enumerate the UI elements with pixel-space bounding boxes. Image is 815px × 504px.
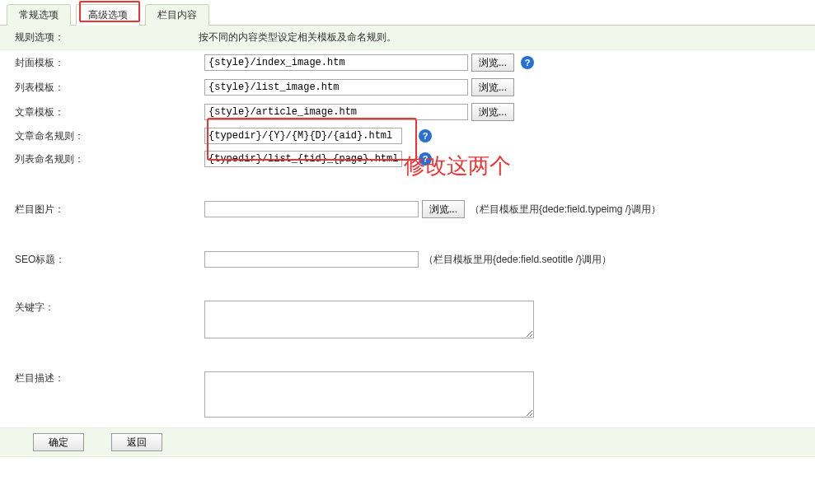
seo-title-hint: （栏目模板里用{dede:field.seotitle /}调用） (424, 253, 611, 267)
article-template-input[interactable] (204, 104, 468, 120)
cover-template-input[interactable] (204, 54, 468, 71)
back-button[interactable]: 返回 (111, 433, 162, 451)
row-column-description: 栏目描述： (0, 368, 815, 421)
tab-general[interactable]: 常规选项 (7, 4, 71, 26)
row-article-template: 文章模板： 浏览... (0, 100, 815, 124)
row-cover-template: 封面模板： 浏览... ? (0, 50, 815, 75)
row-seo-title: SEO标题： （栏目模板里用{dede:field.seotitle /}调用） (0, 248, 815, 271)
column-description-textarea[interactable] (204, 371, 534, 418)
seo-title-input[interactable] (204, 251, 419, 268)
cover-template-browse-button[interactable]: 浏览... (471, 54, 514, 72)
article-template-browse-button[interactable]: 浏览... (471, 103, 514, 121)
column-image-browse-button[interactable]: 浏览... (422, 200, 465, 218)
tab-content[interactable]: 栏目内容 (145, 4, 209, 26)
ok-button[interactable]: 确定 (33, 433, 84, 451)
column-image-hint: （栏目模板里用{dede:field.typeimg /}调用） (470, 203, 661, 217)
list-template-input[interactable] (204, 79, 468, 96)
rule-label: 规则选项： (7, 30, 196, 44)
footer-buttons: 确定 返回 (0, 427, 815, 457)
keywords-textarea[interactable] (204, 301, 534, 338)
list-template-label: 列表模板： (15, 81, 204, 95)
help-icon[interactable]: ? (419, 129, 432, 142)
row-list-naming-rule: 列表命名规则： ? (0, 147, 815, 170)
cover-template-label: 封面模板： (15, 56, 204, 70)
list-naming-rule-input[interactable] (204, 151, 402, 167)
row-column-image: 栏目图片： 浏览... （栏目模板里用{dede:field.typeimg /… (0, 197, 815, 222)
keywords-label: 关键字： (15, 301, 204, 315)
row-keywords: 关键字： (0, 297, 815, 342)
article-naming-rule-label: 文章命名规则： (15, 129, 204, 143)
article-naming-rule-input[interactable] (204, 128, 402, 144)
column-description-label: 栏目描述： (15, 371, 204, 385)
row-article-naming-rule: 文章命名规则： ? (0, 124, 815, 147)
tabs-bar: 常规选项 高级选项 栏目内容 (0, 0, 815, 26)
list-naming-rule-label: 列表命名规则： (15, 152, 204, 166)
help-icon[interactable]: ? (419, 152, 432, 166)
tab-advanced[interactable]: 高级选项 (76, 4, 140, 26)
rule-description-row: 规则选项： 按不同的内容类型设定相关模板及命名规则。 (0, 26, 815, 50)
seo-title-label: SEO标题： (15, 253, 204, 267)
article-template-label: 文章模板： (15, 105, 204, 119)
row-list-template: 列表模板： 浏览... (0, 75, 815, 100)
rule-description: 按不同的内容类型设定相关模板及命名规则。 (199, 31, 396, 43)
form-area: 封面模板： 浏览... ? 列表模板： 浏览... 文章模板： 浏览... 文章… (0, 50, 815, 421)
column-image-input[interactable] (204, 201, 419, 217)
help-icon[interactable]: ? (521, 56, 534, 69)
list-template-browse-button[interactable]: 浏览... (471, 78, 514, 96)
column-image-label: 栏目图片： (15, 203, 204, 217)
